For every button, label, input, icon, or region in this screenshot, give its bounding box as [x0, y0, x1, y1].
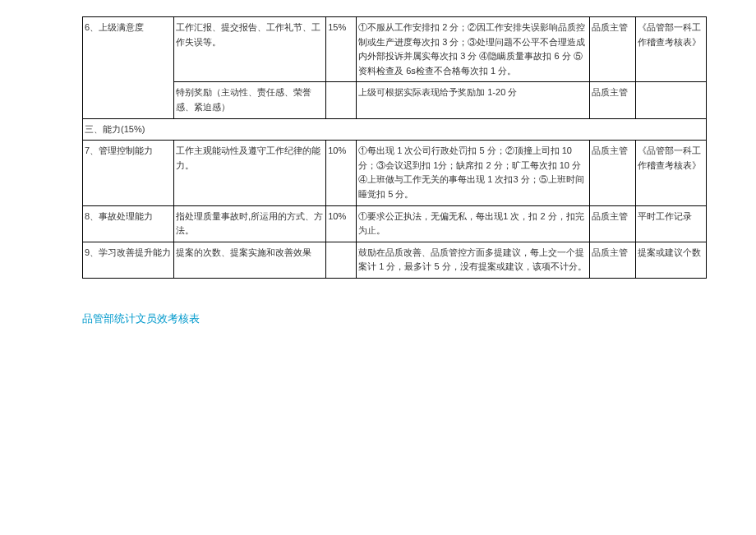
- item-weight: 10%: [326, 205, 357, 242]
- item-criteria: ①不服从工作安排扣 2 分；②因工作安排失误影响品质控制或生产进度每次扣 3 分…: [357, 17, 590, 82]
- section-title: 三、能力(15%): [83, 118, 707, 141]
- item-desc: 工作主观能动性及遵守工作纪律的能力。: [174, 141, 326, 205]
- footer-link[interactable]: 品管部统计文员效考核表: [82, 311, 740, 326]
- item-source: [635, 82, 706, 118]
- item-desc: 特别奖励（主动性、责任感、荣誉感、紧迫感）: [174, 82, 326, 118]
- table-row: 6、上级满意度 工作汇报、提交报告、工作礼节、工作失误等。 15% ①不服从工作…: [83, 17, 707, 82]
- item-weight: 10%: [326, 141, 357, 205]
- table-row: 8、事故处理能力 指处理质量事故时,所运用的方式、方法。 10% ①要求公正执法…: [83, 205, 707, 242]
- item-weight: [326, 242, 357, 278]
- item-desc: 指处理质量事故时,所运用的方式、方法。: [174, 205, 326, 242]
- item-person: 品质主管: [590, 141, 636, 205]
- item-label: 8、事故处理能力: [83, 205, 174, 242]
- item-criteria: ①每出现 1 次公司行政处罚扣 5 分；②顶撞上司扣 10 分；③会议迟到扣 1…: [357, 141, 590, 205]
- item-weight: 15%: [326, 17, 357, 82]
- item-person: 品质主管: [590, 205, 636, 242]
- item-desc: 工作汇报、提交报告、工作礼节、工作失误等。: [174, 17, 326, 82]
- item-criteria: 鼓励在品质改善、品质管控方面多提建议，每上交一个提案计 1 分，最多计 5 分，…: [357, 242, 590, 278]
- table-row: 特别奖励（主动性、责任感、荣誉感、紧迫感） 上级可根据实际表现给予奖励加 1-2…: [83, 82, 707, 118]
- item-label: 6、上级满意度: [83, 17, 174, 119]
- item-label: 9、学习改善提升能力: [83, 242, 174, 278]
- item-source: 平时工作记录: [635, 205, 706, 242]
- section-header-row: 三、能力(15%): [83, 118, 707, 141]
- item-source: 《品管部一科工作稽查考核表》: [635, 17, 706, 82]
- item-label: 7、管理控制能力: [83, 141, 174, 205]
- item-criteria: 上级可根据实际表现给予奖励加 1-20 分: [357, 82, 590, 118]
- item-person: 品质主管: [590, 242, 636, 278]
- item-source: 《品管部一科工作稽查考核表》: [635, 141, 706, 205]
- item-desc: 提案的次数、提案实施和改善效果: [174, 242, 326, 278]
- table-row: 7、管理控制能力 工作主观能动性及遵守工作纪律的能力。 10% ①每出现 1 次…: [83, 141, 707, 205]
- item-person: 品质主管: [590, 82, 636, 118]
- item-person: 品质主管: [590, 17, 636, 82]
- item-source: 提案或建议个数: [635, 242, 706, 278]
- table-row: 9、学习改善提升能力 提案的次数、提案实施和改善效果 鼓励在品质改善、品质管控方…: [83, 242, 707, 278]
- item-weight: [326, 82, 357, 118]
- item-criteria: ①要求公正执法，无偏无私，每出现1 次，扣 2 分，扣完为止。: [357, 205, 590, 242]
- assessment-table: 6、上级满意度 工作汇报、提交报告、工作礼节、工作失误等。 15% ①不服从工作…: [82, 16, 707, 279]
